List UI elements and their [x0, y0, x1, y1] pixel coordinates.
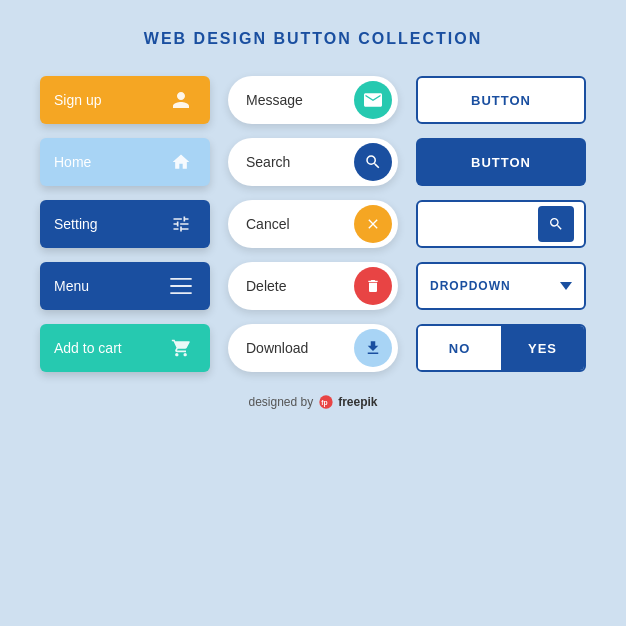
- menu-button[interactable]: Menu: [40, 262, 210, 310]
- no-button[interactable]: NO: [418, 326, 501, 370]
- cancel-label: Cancel: [246, 216, 290, 232]
- button-grid: Sign up Message BUTTON Home Search: [40, 76, 586, 372]
- filled-button-1-label: BUTTON: [471, 155, 531, 170]
- message-label: Message: [246, 92, 303, 108]
- signup-button[interactable]: Sign up: [40, 76, 210, 124]
- home-icon: [166, 147, 196, 177]
- chevron-down-icon: [560, 282, 572, 290]
- download-button[interactable]: Download: [228, 324, 398, 372]
- add-to-cart-button[interactable]: Add to cart: [40, 324, 210, 372]
- freepik-logo: fp freepik: [318, 394, 377, 410]
- envelope-icon: [354, 81, 392, 119]
- x-icon: [354, 205, 392, 243]
- search-box-icon: [538, 206, 574, 242]
- delete-button[interactable]: Delete: [228, 262, 398, 310]
- settings-icon: [166, 209, 196, 239]
- download-icon: [354, 329, 392, 367]
- page-title: WEB DESIGN BUTTON COLLECTION: [144, 30, 482, 48]
- add-to-cart-label: Add to cart: [54, 340, 122, 356]
- person-icon: [166, 85, 196, 115]
- filled-button-1[interactable]: BUTTON: [416, 138, 586, 186]
- dropdown-label: DROPDOWN: [430, 279, 511, 293]
- brand-name: freepik: [338, 395, 377, 409]
- menu-icon: [166, 271, 196, 301]
- search-icon: [354, 143, 392, 181]
- no-label: NO: [449, 341, 471, 356]
- trash-icon: [354, 267, 392, 305]
- setting-label: Setting: [54, 216, 98, 232]
- outline-button-1[interactable]: BUTTON: [416, 76, 586, 124]
- yes-button[interactable]: YES: [501, 326, 584, 370]
- search-label: Search: [246, 154, 290, 170]
- home-label: Home: [54, 154, 91, 170]
- footer-text: designed by: [248, 395, 313, 409]
- delete-label: Delete: [246, 278, 286, 294]
- yes-label: YES: [528, 341, 557, 356]
- message-button[interactable]: Message: [228, 76, 398, 124]
- dropdown-button[interactable]: DROPDOWN: [416, 262, 586, 310]
- footer: designed by fp freepik: [248, 394, 377, 410]
- download-label: Download: [246, 340, 308, 356]
- cancel-button[interactable]: Cancel: [228, 200, 398, 248]
- home-button[interactable]: Home: [40, 138, 210, 186]
- no-yes-button[interactable]: NO YES: [416, 324, 586, 372]
- signup-label: Sign up: [54, 92, 101, 108]
- menu-label: Menu: [54, 278, 89, 294]
- cart-icon: [166, 333, 196, 363]
- search-box[interactable]: [416, 200, 586, 248]
- search-button[interactable]: Search: [228, 138, 398, 186]
- svg-text:fp: fp: [322, 399, 328, 407]
- setting-button[interactable]: Setting: [40, 200, 210, 248]
- outline-button-1-label: BUTTON: [471, 93, 531, 108]
